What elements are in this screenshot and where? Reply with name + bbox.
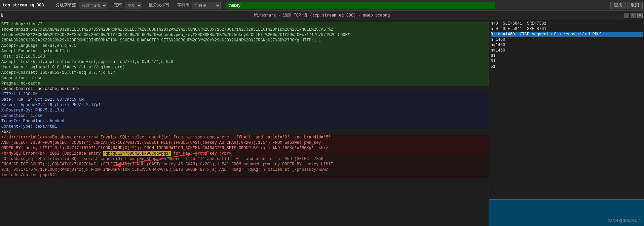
packet-line: Accept-Encoding: gzip,deflate xyxy=(0,49,489,54)
packet-line: 8b87 xyxy=(0,129,489,135)
packet-line: Connection: close xyxy=(0,75,489,81)
type-label: 字符串 xyxy=(176,2,191,8)
packet-line: Accept-Language: en-us,en;q=0.5 xyxy=(0,43,489,49)
window-letter: N xyxy=(1,13,3,18)
group-select[interactable]: 分组字节流原始数据 xyxy=(79,2,107,9)
packet-line: AND (SELECT 7359 FROM(SELECT COUNT(*),CO… xyxy=(0,140,489,146)
right-packet-line: 61 xyxy=(491,64,643,69)
right-packet-line: n=1460 xyxy=(491,48,643,53)
right-packet-line: n=0 SLE=5841 SRE=8761 xyxy=(491,26,643,32)
width-select[interactable]: 宽窄窄 xyxy=(125,2,142,9)
window-titlebar: N Wireshark · 追踪 TCP 流 (tcp.stream eq 30… xyxy=(0,11,644,20)
group-label: 分组字节流 xyxy=(54,2,77,8)
packet-line: HTTP/1.1 200 OK xyxy=(0,92,489,97)
right-packet-line: 61 xyxy=(491,53,643,59)
minimize-button[interactable]: − xyxy=(624,13,629,18)
packet-line: Accept: text/html,application/xhtml+xml,… xyxy=(0,59,489,65)
window-controls[interactable]: − □ × xyxy=(624,13,643,18)
find-button[interactable]: 查找 xyxy=(610,2,626,9)
packet-line: FROM(SELECT COUNT(*),CONCAT(0x7162706a71… xyxy=(0,162,489,167)
packet-line: Pragma: no-cache xyxy=(0,81,489,86)
packet-data-panel[interactable]: GET /shop/class/?showbrandid=5%27%20AND%… xyxy=(0,20,489,226)
packet-line: includes/db.inc.php:54] xyxy=(0,172,489,178)
window-title: Wireshark · 追踪 TCP 流 (tcp.stream eq 308)… xyxy=(254,12,390,18)
packet-line: Transfer-Encoding: chunked xyxy=(0,119,489,124)
packet-line: ORDER BY thekey LIMIT 0,1),0x7171767071,… xyxy=(0,146,489,151)
right-panel: n=0 SLE=5841 SRE=7301n=0 SLE=5841 SRE=87… xyxy=(489,20,644,226)
toolbar: tcp.stream eq 308 分组字节流 分组字节流原始数据 宽窄 宽窄窄… xyxy=(0,0,644,11)
right-packet-lines: n=0 SLE=5841 SRE=7301n=0 SLE=5841 SRE=87… xyxy=(491,21,643,69)
main-content: GET /shop/class/?showbrandid=5%27%20AND%… xyxy=(0,20,644,226)
close-button[interactable]: × xyxy=(637,13,643,18)
right-top-section: n=0 SLE=5841 SRE=7301n=0 SLE=5841 SRE=87… xyxy=(489,20,644,199)
packet-line: Date: Tue, 24 Oct 2023 08:39:19 GMT xyxy=(0,97,489,102)
packet-line: </td></tr></table><b>Database error:</b>… xyxy=(0,135,489,140)
right-packet-line: n=1460 xyxy=(491,37,643,42)
case-label: 区分大小写 xyxy=(148,2,171,8)
packet-line: X-Powered-By: PHP/5.2.17p1 xyxy=(0,108,489,113)
filter-label: tcp.stream eq 308 xyxy=(1,3,45,8)
packet-line: Content-Type: text/html xyxy=(0,124,489,129)
right-packet-line: 8 Len=1460 [TCP segment of a reassembled… xyxy=(491,32,643,37)
packet-line: Server: Apache/2.2.26 (Unix) PHP/5.2.17p… xyxy=(0,102,489,108)
packet-line: Accept-Charset: ISO-8859-15,utf-8;q=0.7,… xyxy=(0,70,489,75)
packet-line: #0 dbbase_sql->halt(Invalid SQL: select … xyxy=(0,156,489,162)
cancel-button[interactable]: 取消 xyxy=(627,2,643,9)
right-packet-line: 61 xyxy=(491,59,643,64)
type-select[interactable]: 字符串正则表达式十六进制 xyxy=(192,2,221,9)
packet-line: 8thekey%20AS%20CHAR%29%2C0x20%29%2C0x20%… xyxy=(0,32,489,38)
packet-line: showbrandid=5%27%20AND%20%28SELECT%20735… xyxy=(0,27,489,32)
search-input[interactable] xyxy=(226,2,495,9)
maximize-button[interactable]: □ xyxy=(631,13,636,18)
packet-line: User-Agent: sqlmap/1.0.8.16#dev (http://… xyxy=(0,65,489,70)
packet-line: Cache-Control: no-cache,no-store xyxy=(0,86,489,92)
packet-line: Connection: close xyxy=(0,113,489,119)
packet-line: <b>MySQL Error</b>: 1062 (Duplicate entr… xyxy=(0,151,489,156)
packet-line: GET /shop/class/? xyxy=(0,22,489,27)
packet-line: 0,1),0x7171767071,FLOOR(RAND(0)*2))x FRO… xyxy=(0,167,489,172)
right-packet-line: n=0 SLE=5841 SRE=7301 xyxy=(491,21,643,26)
packet-line: 28RAND%280%29%2A2%29%29%29x%20FROM%20INF… xyxy=(0,38,489,43)
width-label: 宽窄 xyxy=(113,2,123,8)
packet-lines: GET /shop/class/?showbrandid=5%27%20AND%… xyxy=(0,22,489,178)
right-packet-line: n=1460 xyxy=(491,42,643,48)
csdn-watermark: CSDN @落寞的鱼△ xyxy=(608,218,641,223)
packet-line: Host: 172.16.5.143 xyxy=(0,54,489,59)
